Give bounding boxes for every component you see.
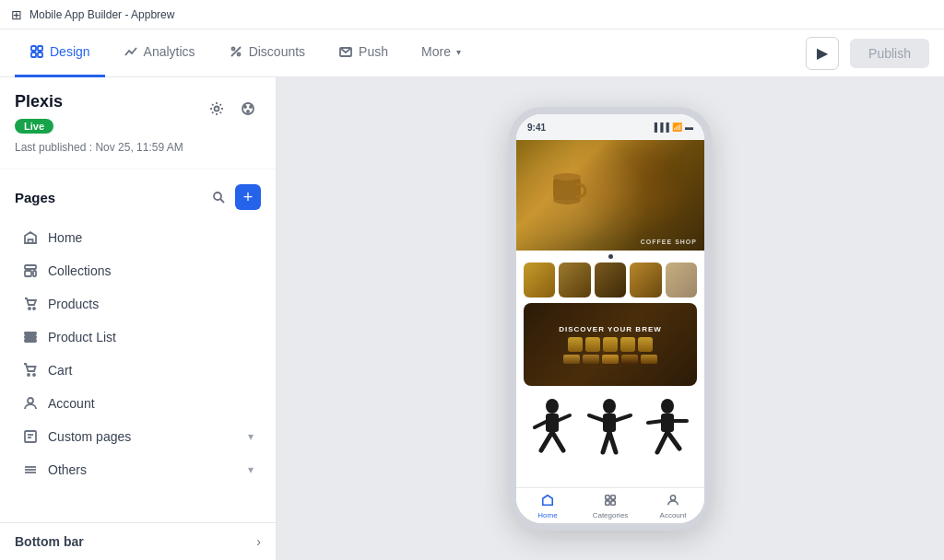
titlebar: ⊞ Mobile App Builder - Appbrew [0,0,944,29]
svg-rect-22 [25,336,36,338]
svg-rect-2 [31,52,36,57]
svg-rect-56 [606,501,609,505]
coffee-bottom-cup-5 [641,355,657,364]
phone-bottom-nav: Home Categories Account [516,487,704,523]
phone-status-icons: ▐▐▐ 📶 ▬ [652,122,693,132]
svg-point-12 [247,111,249,112]
phone-thumb-2 [559,262,590,298]
svg-line-39 [552,432,563,450]
tab-more[interactable]: More ▾ [407,29,476,77]
sidebar-item-collections[interactable]: Collections [15,254,261,287]
svg-point-19 [29,308,30,309]
svg-point-10 [244,106,246,108]
titlebar-title: Mobile App Builder - Appbrew [30,8,174,21]
plus-icon: + [243,188,254,207]
coffee-cups-row [559,337,662,352]
main-layout: Plexis Live Last published : Nov 25, 11:… [0,77,944,560]
phone-mockup: 9:41 ▐▐▐ 📶 ▬ [509,107,712,531]
phone-time: 9:41 [527,122,546,133]
svg-line-14 [220,199,224,203]
navbar: Design Analytics Discounts Push More ▾ ▶… [0,29,944,77]
dancer-2 [584,395,635,460]
svg-point-48 [661,399,674,414]
live-badge: Live [15,119,53,134]
svg-point-58 [670,496,675,500]
sidebar-item-product-list-label: Product List [48,330,254,344]
sidebar-item-account-label: Account [48,396,254,411]
svg-rect-18 [33,271,36,276]
svg-rect-16 [25,265,36,269]
svg-point-11 [250,106,252,108]
coffee-bottom-cup-3 [602,355,619,364]
svg-point-8 [215,107,219,111]
tab-analytics[interactable]: Analytics [109,29,210,77]
product-list-icon [22,329,39,345]
others-icon [22,461,39,478]
preview-icon: ▶ [817,44,828,62]
pages-title: Pages [15,190,206,205]
account-icon [22,395,39,412]
sidebar-item-home[interactable]: Home [15,221,261,254]
phone-dancers [516,391,704,487]
tab-more-label: More [421,44,451,59]
svg-point-36 [546,399,559,414]
phone-thumb-1 [524,262,555,298]
sidebar-item-products-label: Products [48,297,254,311]
svg-rect-57 [611,501,615,505]
sidebar-item-custom-pages-label: Custom pages [48,429,239,444]
phone-status-bar: 9:41 ▐▐▐ 📶 ▬ [516,114,704,140]
pages-section: Pages + Home Collections [0,169,276,522]
sidebar-item-others[interactable]: Others ▾ [15,453,261,486]
sidebar-header: Plexis Live Last published : Nov 25, 11:… [0,77,276,169]
phone-nav-home: Home [516,494,579,519]
pages-add-button[interactable]: + [235,184,261,210]
svg-rect-27 [25,431,36,442]
tab-push[interactable]: Push [324,29,403,77]
sidebar-item-account[interactable]: Account [15,387,261,420]
phone-hero-gradient [516,140,704,251]
settings-icon-button[interactable] [204,96,230,122]
products-icon [22,296,39,312]
tab-design-label: Design [50,44,90,59]
coffee-bottom-cup-4 [621,355,638,364]
phone-dot-indicator [516,251,704,262]
bottom-bar-section[interactable]: Bottom bar › [0,522,276,560]
pages-search-button[interactable] [206,184,231,210]
palette-icon [241,101,255,116]
custom-pages-icon [22,428,39,445]
svg-point-20 [33,308,35,309]
publish-button[interactable]: Publish [850,39,929,68]
coffee-cup-5 [638,337,653,352]
theme-icon-button[interactable] [235,96,261,122]
sidebar-item-custom-pages[interactable]: Custom pages ▾ [15,420,261,453]
collections-icon [22,262,39,279]
svg-line-47 [614,415,631,421]
wifi-icon: 📶 [672,122,682,132]
battery-icon: ▬ [685,122,693,132]
phone-home-icon [541,494,554,509]
phone-thumbnails [516,262,704,303]
sidebar-item-cart[interactable]: Cart [15,354,261,387]
svg-line-51 [667,432,679,449]
dot-active [608,254,613,259]
svg-rect-43 [603,414,616,432]
phone-account-icon [667,494,679,509]
sidebar-item-products[interactable]: Products [15,287,261,321]
gear-icon [209,101,224,116]
cart-icon [22,362,39,379]
search-icon [211,190,226,204]
phone-nav-categories-label: Categories [593,511,629,519]
svg-line-45 [609,432,616,452]
tab-design[interactable]: Design [15,29,105,77]
app-icon: ⊞ [11,7,22,22]
custom-pages-chevron-icon: ▾ [248,430,254,443]
tab-discounts[interactable]: Discounts [214,29,320,77]
phone-nav-account: Account [642,494,704,519]
coffee-bottom-cup-1 [563,355,580,364]
discounts-icon [229,44,243,59]
sidebar-item-product-list[interactable]: Product List [15,321,261,354]
coffee-cup-1 [568,337,583,352]
design-icon [30,44,44,59]
coffee-bottom-cup-2 [583,355,599,364]
preview-button[interactable]: ▶ [806,37,839,70]
